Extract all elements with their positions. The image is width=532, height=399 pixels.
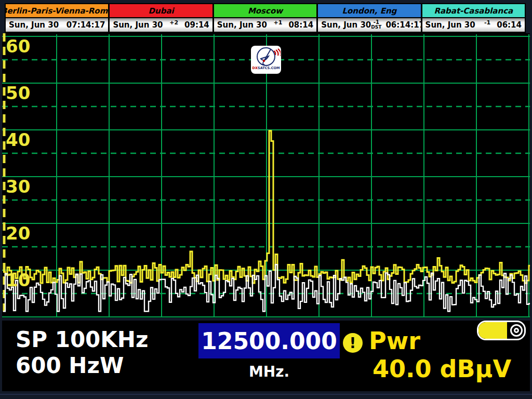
clock-utc-offset: +1: [274, 19, 283, 26]
clock-date: Sun, Jun 30: [113, 20, 163, 30]
world-clock-bar: Berlin-Paris-Vienna-Roma Sun, Jun 30 07:…: [5, 3, 526, 33]
bandwidth-setting: 600 HzW: [16, 353, 148, 379]
clock-utc-offset: +2: [169, 19, 178, 26]
svg-text:60: 60: [6, 36, 30, 57]
logo-text-rest: SATCS.COM: [258, 66, 280, 70]
span-setting: SP 100KHz: [16, 327, 148, 353]
clock-date: Sun, Jun 30: [425, 20, 475, 30]
clock-moscow: Moscow Sun, Jun 30 +1 08:14: [214, 4, 316, 32]
spectrum-plot: 605040302010: [0, 33, 532, 321]
clock-utc-offset: -1: [484, 19, 490, 26]
clock-city-label: Dubai: [110, 4, 212, 17]
clock-date: Sun, Jun 30: [217, 20, 267, 30]
clock-time: 06:14: [497, 20, 522, 30]
svg-text:20: 20: [6, 223, 30, 244]
svg-text:40: 40: [6, 129, 30, 150]
power-label: Pwr: [369, 327, 420, 355]
svg-text:50: 50: [6, 83, 30, 103]
clock-time: 07:14:17: [66, 20, 105, 30]
svg-text:30: 30: [6, 176, 30, 197]
alert-icon: !: [343, 333, 363, 353]
satellite-dish-icon: [251, 46, 281, 68]
clock-time-row: Sun, Jun 30 07:14:17: [6, 18, 108, 32]
clock-city-label: Berlin-Paris-Vienna-Roma: [6, 4, 108, 17]
clock-dst-indicator: -1 DST: [371, 20, 381, 30]
battery-cap-icon: [510, 324, 523, 337]
clock-time-row: Sun, Jun 30 -1 DST 06:14:17: [318, 18, 420, 32]
clock-time-row: Sun, Jun 30 +2 09:14: [110, 18, 212, 32]
screen-bottom-edge: [0, 394, 532, 395]
svg-text:10: 10: [6, 270, 30, 290]
logo-text-dx: DX: [252, 66, 258, 70]
clock-berlin: Berlin-Paris-Vienna-Roma Sun, Jun 30 07:…: [6, 4, 108, 32]
frequency-display[interactable]: 12500.000: [198, 323, 340, 358]
clock-time-row: Sun, Jun 30 -1 06:14: [422, 18, 525, 32]
clock-city-label: Moscow: [214, 4, 316, 17]
dxsatcs-logo: DXSATCS.COM: [251, 46, 281, 74]
clock-city-label: London, Eng: [318, 4, 420, 17]
clock-time: 09:14: [184, 20, 209, 30]
meter-screen: Berlin-Paris-Vienna-Roma Sun, Jun 30 07:…: [0, 0, 532, 399]
clock-time-row: Sun, Jun 30 +1 08:14: [214, 18, 316, 32]
power-value: 40.0 dBµV: [373, 355, 511, 383]
clock-dubai: Dubai Sun, Jun 30 +2 09:14: [110, 4, 212, 32]
clock-time: 06:14:17: [385, 20, 424, 30]
battery-icon: [477, 321, 526, 340]
footer-readout-bar: SP 100KHz 600 HzW 12500.000 MHz. ! Pwr 4…: [2, 321, 530, 391]
frequency-value: 12500.000: [201, 328, 337, 354]
clock-dst-label: DST: [371, 25, 381, 30]
clock-date: Sun, Jun 30: [321, 20, 371, 30]
sweep-settings: SP 100KHz 600 HzW: [16, 327, 148, 379]
frequency-unit-label: MHz.: [198, 363, 340, 380]
clock-date: Sun, Jun 30: [9, 20, 59, 30]
clock-city-label: Rabat-Casablanca: [422, 4, 525, 17]
battery-fill-level: [478, 322, 507, 339]
logo-text: DXSATCS.COM: [252, 66, 280, 70]
clock-london: London, Eng Sun, Jun 30 -1 DST 06:14:17: [318, 4, 420, 32]
clock-rabat: Rabat-Casablanca Sun, Jun 30 -1 06:14: [422, 4, 525, 32]
clock-time: 08:14: [288, 20, 313, 30]
